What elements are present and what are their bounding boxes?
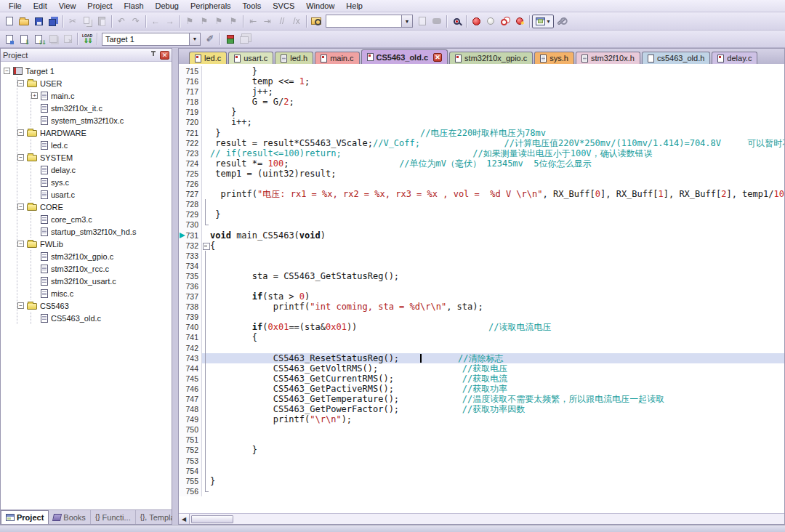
code-text[interactable]: temp1 = (uint32)result; bbox=[210, 169, 784, 179]
code-line-744[interactable]: 744 CS5463_GetVoltRMS(); //获取电压 bbox=[179, 363, 784, 374]
code-text[interactable]: result = result*CS5463_VScale;//V_Coff; … bbox=[210, 138, 784, 148]
code-line-747[interactable]: 747 CS5463_GetTemperature(); //温度读取不需要太频… bbox=[179, 394, 784, 404]
scrollbar-thumb[interactable] bbox=[191, 515, 233, 523]
editor-tab-stm32f10x-gpio-c[interactable]: stm32f10x_gpio.c bbox=[449, 52, 533, 64]
code-line-718[interactable]: 718 G = G/2; bbox=[179, 97, 784, 107]
code-text[interactable] bbox=[210, 281, 784, 291]
code-text[interactable]: { bbox=[210, 241, 784, 251]
breakpoint-insert-icon[interactable] bbox=[469, 15, 483, 28]
code-text[interactable]: // if(result<=100)return; //如果测量读出电压小于10… bbox=[210, 148, 784, 158]
menu-item-peripherals[interactable]: Peripherals bbox=[185, 1, 237, 11]
menu-item-window[interactable]: Window bbox=[300, 1, 340, 11]
code-text[interactable] bbox=[210, 312, 784, 322]
code-text[interactable]: } //电压在220时取样电压为78mv bbox=[210, 128, 784, 138]
menu-item-svcs[interactable]: SVCS bbox=[267, 1, 300, 11]
code-text[interactable] bbox=[210, 424, 784, 435]
tree-expander[interactable]: − bbox=[17, 154, 24, 161]
code-text[interactable]: CS5463_GetPowerFactor(); //获取功率因数 bbox=[210, 404, 784, 414]
find-in-files-icon[interactable] bbox=[309, 15, 323, 28]
breakpoint-disable-all-icon[interactable] bbox=[498, 15, 512, 28]
code-line-756[interactable]: 756 bbox=[179, 486, 784, 496]
manage-components-icon[interactable] bbox=[222, 32, 237, 46]
code-text[interactable]: } bbox=[210, 445, 784, 455]
code-text[interactable]: } bbox=[210, 209, 784, 219]
debug-windows-icon[interactable]: ▾ bbox=[532, 15, 554, 28]
code-line-741[interactable]: 741 { bbox=[179, 332, 784, 342]
code-text[interactable]: printf("\r\n"); bbox=[210, 414, 784, 424]
tree-item-hardware[interactable]: −HARDWARE bbox=[17, 126, 172, 139]
pin-icon[interactable] bbox=[150, 51, 158, 59]
code-text[interactable]: printf("int coming, sta = %d\r\n", sta); bbox=[210, 302, 784, 312]
code-text[interactable] bbox=[210, 435, 784, 445]
code-text[interactable]: temp <<= 1; bbox=[210, 76, 784, 86]
code-text[interactable]: CS5463_GetCurrentRMS(); //获取电流 bbox=[210, 374, 784, 384]
code-text[interactable] bbox=[210, 343, 784, 353]
code-text[interactable]: CS5463_GetPactiveRMS(); //获取功率 bbox=[210, 384, 784, 394]
code-line-752[interactable]: 752 } bbox=[179, 445, 784, 455]
configure-icon[interactable] bbox=[554, 15, 568, 28]
code-text[interactable]: i++; bbox=[210, 117, 784, 127]
code-text[interactable]: result *= 100; //单位为mV（毫伏） 12345mv 5位你怎么… bbox=[210, 158, 784, 169]
code-line-731[interactable]: 731void main_CS5463(void) bbox=[179, 230, 784, 241]
code-line-745[interactable]: 745 CS5463_GetCurrentRMS(); //获取电流 bbox=[179, 374, 784, 384]
code-line-755[interactable]: 755} bbox=[179, 476, 784, 486]
editor-tab-delay-c[interactable]: delay.c bbox=[712, 52, 757, 64]
rebuild-icon[interactable] bbox=[31, 32, 46, 46]
code-text[interactable]: CS5463_GetTemperature(); //温度读取不需要太频繁，所以… bbox=[210, 394, 784, 404]
tree-item-stm32f10x-usart-c[interactable]: stm32f10x_usart.c bbox=[31, 275, 172, 287]
breakpoint-enable-icon[interactable] bbox=[483, 15, 498, 28]
code-text[interactable]: { bbox=[210, 332, 784, 342]
panel-splitter[interactable] bbox=[172, 48, 178, 525]
tree-item-core[interactable]: −CORE bbox=[17, 201, 172, 213]
open-folder-icon[interactable] bbox=[17, 15, 31, 28]
code-line-729[interactable]: 729 } bbox=[179, 209, 784, 219]
editor-tab-stm32f10x-h[interactable]: stm32f10x.h bbox=[576, 52, 640, 64]
code-line-736[interactable]: 736 bbox=[179, 281, 784, 291]
code-text[interactable]: if(sta > 0) bbox=[210, 291, 784, 302]
code-line-753[interactable]: 753 bbox=[179, 456, 784, 466]
menu-item-edit[interactable]: Edit bbox=[28, 1, 53, 11]
menu-item-help[interactable]: Help bbox=[340, 1, 369, 11]
tree-expander[interactable]: − bbox=[17, 80, 24, 86]
code-text[interactable]: if(0x01==(sta&0x01)) //读取电流电压 bbox=[210, 322, 784, 332]
code-text[interactable] bbox=[210, 251, 784, 261]
code-line-740[interactable]: 740 if(0x01==(sta&0x01)) //读取电流电压 bbox=[179, 322, 784, 332]
menu-item-project[interactable]: Project bbox=[81, 1, 118, 11]
editor-tab-main-c[interactable]: main.c bbox=[315, 52, 359, 64]
code-text[interactable]: void main_CS5463(void) bbox=[210, 230, 784, 241]
bottom-tab-project[interactable]: Project bbox=[1, 510, 49, 524]
code-line-723[interactable]: 723// if(result<=100)return; //如果测量读出电压小… bbox=[179, 148, 784, 158]
editor-tab-sys-h[interactable]: sys.h bbox=[534, 52, 574, 64]
tree-expander[interactable]: − bbox=[4, 68, 10, 74]
code-line-748[interactable]: 748 CS5463_GetPowerFactor(); //获取功率因数 bbox=[179, 404, 784, 414]
code-line-735[interactable]: 735 sta = CS5463_GetStatusReg(); bbox=[179, 271, 784, 281]
code-text[interactable]: } bbox=[210, 107, 784, 117]
target-select-combobox[interactable]: Target 1▼ bbox=[102, 33, 201, 46]
code-line-734[interactable]: 734 bbox=[179, 261, 784, 271]
code-text[interactable]: CS5463_ResetStatusReg(); //清除标志 bbox=[210, 353, 784, 363]
tree-item-system-stm32f10x-c[interactable]: system_stm32f10x.c bbox=[31, 114, 172, 126]
code-line-722[interactable]: 722 result = result*CS5463_VScale;//V_Co… bbox=[179, 138, 784, 148]
save-all-icon[interactable] bbox=[46, 15, 60, 28]
tree-item-misc-c[interactable]: misc.c bbox=[31, 287, 172, 299]
menu-item-view[interactable]: View bbox=[53, 1, 82, 11]
code-line-721[interactable]: 721 } //电压在220时取样电压为78mv bbox=[179, 128, 784, 138]
code-text[interactable]: sta = CS5463_GetStatusReg(); bbox=[210, 271, 784, 281]
code-line-724[interactable]: 724 result *= 100; //单位为mV（毫伏） 12345mv 5… bbox=[179, 158, 784, 169]
code-line-730[interactable]: 730 bbox=[179, 219, 784, 230]
code-line-750[interactable]: 750 bbox=[179, 424, 784, 435]
code-text[interactable] bbox=[210, 179, 784, 189]
code-text[interactable] bbox=[210, 456, 784, 466]
tree-expander[interactable]: − bbox=[17, 203, 24, 210]
tree-item-fwlib[interactable]: −FWLib bbox=[17, 238, 172, 250]
editor-tab-cs5463-old-h[interactable]: cs5463_old.h bbox=[642, 52, 710, 64]
tree-item-startup-stm32f10x-hd-s[interactable]: startup_stm32f10x_hd.s bbox=[31, 225, 172, 238]
code-text[interactable] bbox=[210, 466, 784, 476]
code-line-726[interactable]: 726 bbox=[179, 179, 784, 189]
code-line-716[interactable]: 716 temp <<= 1; bbox=[179, 76, 784, 86]
tree-expander[interactable]: − bbox=[17, 302, 24, 309]
code-line-720[interactable]: 720 i++; bbox=[179, 117, 784, 127]
tree-item-core-cm3-c[interactable]: core_cm3.c bbox=[31, 213, 172, 225]
tree-expander[interactable]: + bbox=[31, 92, 38, 99]
search-combobox-dropdown-icon[interactable]: ▼ bbox=[401, 15, 412, 27]
